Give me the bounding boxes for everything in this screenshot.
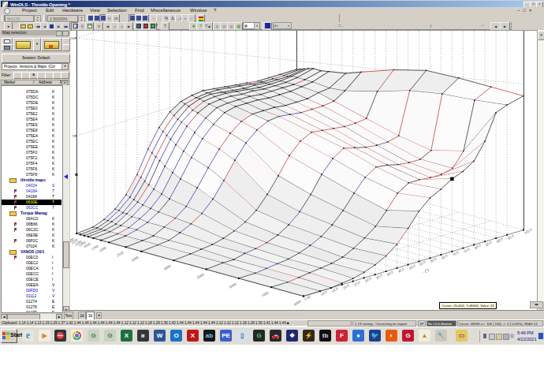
svg-text:2520: 2520 xyxy=(116,250,125,257)
svg-text:7000: 7000 xyxy=(261,290,270,297)
svg-text:70: 70 xyxy=(72,134,76,138)
svg-text:8000: 8000 xyxy=(293,299,302,306)
svg-text:60.0: 60.0 xyxy=(430,256,438,263)
svg-text:55.0: 55.0 xyxy=(419,259,427,267)
svg-text:2000: 2000 xyxy=(99,245,107,252)
svg-text:3000: 3000 xyxy=(131,255,140,262)
svg-text:6000: 6000 xyxy=(229,282,237,289)
svg-text:30.0: 30.0 xyxy=(364,276,372,283)
svg-text:4000: 4000 xyxy=(163,263,172,271)
svg-text:5000: 5000 xyxy=(196,272,205,279)
svg-text:102.5: 102.5 xyxy=(524,227,533,235)
svg-text:50.0: 50.0 xyxy=(408,263,416,271)
svg-text:- (°): - (°) xyxy=(422,267,430,274)
svg-text:140: 140 xyxy=(70,36,76,40)
svg-text:80.0: 80.0 xyxy=(474,243,482,250)
